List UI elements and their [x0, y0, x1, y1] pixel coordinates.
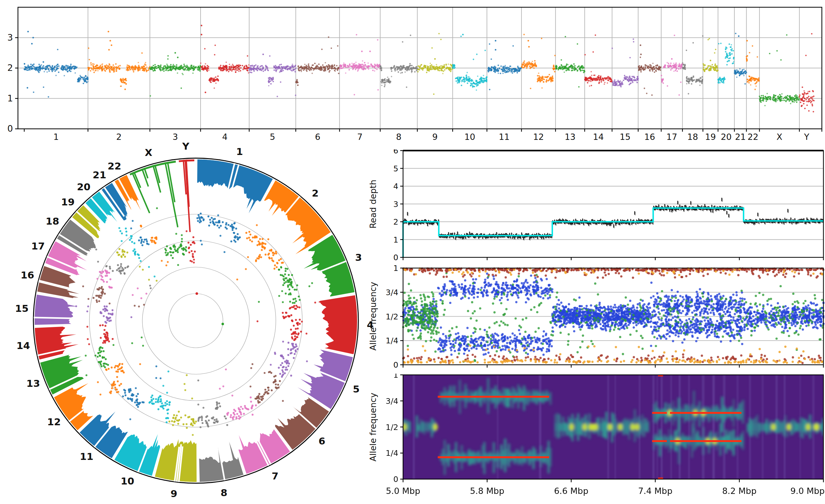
circos-chromosome-label: 11: [80, 451, 93, 462]
af-ytick-label: 1: [393, 265, 398, 273]
top-chromosome-label: 9: [432, 132, 438, 142]
heatmap-xtick-label: 7.4 Mbp: [638, 486, 672, 496]
af-ytick-label: 1/2: [386, 312, 398, 321]
heatmap-ytick-label: 1: [393, 374, 398, 379]
circos-grid-circles: [89, 214, 302, 427]
circos-chromosome-label: 8: [221, 487, 228, 498]
top-chromosome-label: 11: [499, 132, 510, 142]
top-chromosome-label: 8: [396, 132, 401, 142]
circos-chromosome-label: 15: [15, 303, 29, 314]
allele-scatter-chart: Allele frequency 01/41/23/41: [365, 265, 825, 370]
heatmap-ytick-label: 1/4: [386, 448, 398, 458]
circos-chromosome-label: 22: [108, 160, 121, 172]
af-ytick-label: 0: [393, 360, 398, 369]
top-chromosome-label: 15: [620, 132, 630, 142]
allele-scatter-panel: Allele frequency 01/41/23/41: [365, 265, 825, 372]
read-depth-panel: Read depth 0123456: [365, 149, 825, 265]
circos-chromosome-label: 14: [16, 340, 30, 351]
heatmap-xtick-label: 5.8 Mbp: [470, 486, 504, 496]
heatmap-ytick-label: 3/4: [386, 397, 398, 406]
circos-chromosome-label: Y: [182, 141, 190, 152]
circos-chromosome-label: 20: [77, 181, 90, 193]
circos-scatter-ring: [75, 207, 316, 436]
circos-chromosome-label: 18: [46, 215, 59, 227]
af-ytick-label: 3/4: [386, 288, 398, 297]
top-chromosome-label: 19: [705, 132, 716, 142]
circos-chromosome-label: 21: [92, 169, 106, 181]
read-depth-chart: Read depth 0123456: [365, 149, 825, 263]
heatmap-ytick-label: 0: [393, 475, 398, 484]
rd-ticks: [400, 151, 823, 260]
top-chromosome-label: 20: [721, 132, 732, 142]
circos-chart: 12345678910111213141516171819202122XY: [15, 138, 377, 504]
genome-cn-scatter-panel: 12345678910111213141516171819202122XY012…: [0, 0, 825, 149]
circos-chromosome-label: 19: [61, 196, 75, 208]
allele-scatter-ylabel: Allele frequency: [368, 282, 378, 351]
circos-coverage-band: [34, 159, 357, 482]
heatmap-body: [402, 375, 825, 479]
top-chromosome-label: 22: [748, 132, 758, 142]
heatmap-ytick-label: 1/2: [386, 423, 398, 432]
heatmap-xtick-label: 5.0 Mbp: [386, 486, 420, 496]
top-ytick-labels: 0123: [7, 32, 13, 134]
rd-segmentation: [403, 208, 823, 257]
allele-heatmap-panel: Allele frequency 5.0 Mbp5.8 Mbp6.6 Mbp7.…: [365, 374, 825, 504]
rd-ytick-label: 2: [393, 217, 398, 226]
circos-chromosome-label: 9: [171, 488, 177, 499]
circos-chromosome-label: 3: [355, 252, 362, 263]
allele-heatmap-chart: Allele frequency 5.0 Mbp5.8 Mbp6.6 Mbp7.…: [365, 374, 825, 504]
top-chromosome-label: 14: [593, 132, 604, 142]
top-chromosome-label: 13: [565, 132, 575, 142]
af-ytick-label: 1/4: [386, 336, 398, 345]
circos-chromosome-label: X: [145, 147, 152, 158]
genome-cn-scatter-chart: 12345678910111213141516171819202122XY012…: [0, 0, 825, 148]
circos-panel: 12345678910111213141516171819202122XY: [15, 138, 377, 504]
circos-chromosome-label: 7: [272, 470, 279, 482]
rd-ytick-label: 4: [393, 182, 398, 191]
top-chromosome-label: 12: [533, 132, 544, 142]
rd-gridlines: [403, 168, 823, 240]
circos-chromosome-label: 10: [121, 475, 134, 487]
top-ytick-label: 1: [7, 93, 13, 103]
rd-ytick-label: 1: [393, 235, 398, 244]
top-chromosome-label: 18: [687, 132, 698, 142]
top-chromosome-label: 10: [464, 132, 475, 142]
af-datapoints: [402, 268, 825, 364]
circos-chromosome-label: 13: [26, 378, 40, 389]
read-depth-ylabel: Read depth: [368, 179, 378, 228]
rd-ytick-label: 5: [393, 164, 398, 173]
top-chromosome-label: 16: [644, 132, 655, 142]
circos-chromosome-label: 12: [47, 416, 61, 427]
heatmap-xtick-label: 6.6 Mbp: [554, 486, 588, 496]
rd-ytick-label: 0: [393, 253, 398, 262]
top-chromosome-label: X: [776, 132, 782, 142]
top-ytick-label: 3: [7, 32, 13, 43]
circos-chromosome-label: 17: [31, 240, 45, 252]
top-axis-ticks: [15, 38, 822, 132]
circos-chromosome-label: 6: [318, 435, 325, 447]
top-chromosome-label: 21: [735, 132, 746, 142]
top-chromosome-label: Y: [804, 132, 810, 142]
circos-chromosome-label: 16: [21, 269, 34, 281]
top-ytick-label: 0: [7, 124, 13, 134]
top-chromosome-label: 17: [666, 132, 677, 142]
rd-ytick-label: 6: [393, 149, 398, 155]
circos-chromosome-label: 5: [353, 383, 360, 395]
heatmap-xtick-label: 8.2 Mbp: [722, 486, 756, 496]
top-ytick-label: 2: [7, 63, 13, 73]
cnv-analysis-figure: { "figure": {"width": 2620, "height": 16…: [0, 0, 825, 504]
heatmap-xtick-label: 9.0 Mbp: [791, 486, 825, 496]
rd-ytick-label: 3: [393, 200, 398, 209]
circos-chromosome-label: 2: [312, 188, 319, 199]
circos-chromosome-label: 1: [236, 146, 243, 157]
allele-heatmap-ylabel: Allele frequency: [368, 393, 378, 461]
